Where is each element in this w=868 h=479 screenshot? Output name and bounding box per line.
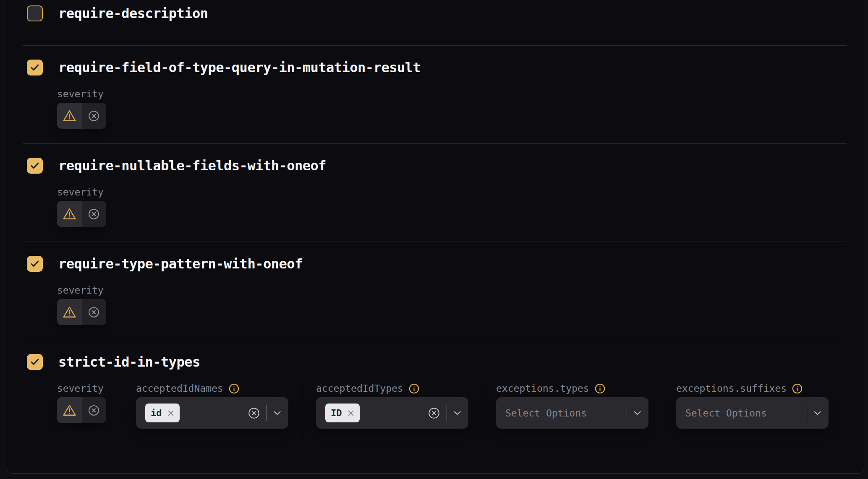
rule-checkbox[interactable]	[27, 256, 43, 272]
severity-toggle	[57, 201, 106, 227]
severity-group: severity	[57, 285, 106, 325]
option-group: exceptions.typesSelect Options	[496, 383, 648, 429]
severity-error-button[interactable]	[82, 299, 107, 325]
severity-label-row: severity	[57, 285, 106, 296]
severity-error-button[interactable]	[82, 201, 107, 227]
option-group: exceptions.suffixesSelect Options	[676, 383, 829, 429]
rule-name: require-description	[58, 5, 208, 21]
rules-panel: require-descriptionrequire-field-of-type…	[6, 0, 864, 474]
config-divider	[302, 383, 302, 442]
multiselect-input[interactable]: ID	[316, 397, 468, 429]
selected-option-chip: id	[145, 404, 180, 422]
dropdown-chevron	[633, 411, 641, 416]
rule-row: require-field-of-type-query-in-mutation-…	[23, 45, 847, 143]
rule-config: severityacceptedIdNamesidacceptedIdTypes…	[57, 383, 847, 442]
rule-row: require-nullable-fields-with-oneofseveri…	[23, 143, 847, 242]
severity-label: severity	[57, 89, 104, 99]
severity-error-button[interactable]	[82, 103, 107, 129]
config-divider	[662, 383, 662, 442]
rule-config: severity	[57, 285, 847, 325]
option-group: acceptedIdTypesID	[316, 383, 468, 429]
severity-label-row: severity	[57, 187, 106, 198]
rule-row: require-type-pattern-with-oneofseverity	[23, 242, 847, 340]
chevron-down-icon	[813, 411, 821, 416]
rule-name: require-type-pattern-with-oneof	[58, 256, 303, 272]
rule-name: require-field-of-type-query-in-mutation-…	[58, 60, 421, 75]
rule-checkbox[interactable]	[27, 60, 43, 75]
circled-x-icon	[88, 110, 100, 122]
clear-selection-icon	[248, 407, 260, 419]
dropdown-chevron	[273, 411, 281, 416]
circled-x-icon	[88, 208, 100, 220]
rules-list: require-descriptionrequire-field-of-type…	[23, 0, 847, 472]
severity-error-button[interactable]	[82, 397, 107, 423]
rule-head: strict-id-in-types	[23, 354, 847, 370]
rule-checkbox[interactable]	[27, 158, 43, 174]
warning-triangle-icon	[63, 404, 76, 417]
option-group: acceptedIdNamesid	[136, 383, 288, 429]
rule-row: require-description	[23, 0, 847, 45]
dropdown-chevron	[453, 411, 461, 416]
multiselect-input[interactable]: Select Options	[676, 397, 829, 429]
config-divider	[122, 383, 122, 442]
severity-toggle	[57, 397, 106, 423]
severity-group: severity	[57, 383, 106, 423]
info-circle-icon	[228, 383, 240, 394]
rule-checkbox[interactable]	[27, 5, 43, 21]
clear-selection-button[interactable]	[428, 407, 440, 419]
severity-toggle	[57, 299, 106, 325]
multiselect-input[interactable]: id	[136, 397, 288, 429]
chip-remove-button[interactable]	[348, 410, 354, 417]
select-divider	[807, 405, 807, 421]
severity-warn-button[interactable]	[57, 201, 82, 227]
info-icon[interactable]	[408, 383, 420, 394]
option-label-row: exceptions.suffixes	[676, 383, 829, 394]
info-icon[interactable]	[594, 383, 606, 394]
rule-head: require-nullable-fields-with-oneof	[23, 158, 847, 174]
multiselect-input[interactable]: Select Options	[496, 397, 648, 429]
x-icon	[348, 410, 354, 417]
chevron-down-icon	[633, 411, 641, 416]
rule-head: require-field-of-type-query-in-mutation-…	[23, 60, 847, 75]
page: require-descriptionrequire-field-of-type…	[0, 0, 868, 479]
severity-warn-button[interactable]	[57, 299, 82, 325]
circled-x-icon	[88, 404, 100, 417]
option-label: exceptions.types	[496, 383, 589, 394]
severity-label-row: severity	[57, 383, 106, 394]
rule-row: strict-id-in-typesseverityacceptedIdName…	[23, 340, 847, 472]
info-icon[interactable]	[228, 383, 240, 394]
rule-head: require-type-pattern-with-oneof	[23, 256, 847, 272]
chip-label: ID	[331, 408, 342, 418]
select-divider	[267, 405, 267, 421]
rule-config: severity	[57, 187, 847, 227]
severity-warn-button[interactable]	[57, 397, 82, 423]
multiselect-placeholder: Select Options	[685, 408, 767, 419]
warning-triangle-icon	[63, 306, 76, 318]
severity-label: severity	[57, 187, 104, 198]
selected-option-chip: ID	[325, 404, 360, 422]
option-label-row: exceptions.types	[496, 383, 648, 394]
select-divider	[447, 405, 447, 421]
warning-triangle-icon	[63, 109, 76, 122]
info-circle-icon	[792, 383, 803, 394]
check-icon	[29, 357, 40, 367]
severity-warn-button[interactable]	[57, 103, 82, 129]
check-icon	[29, 62, 40, 73]
config-divider	[482, 383, 482, 442]
info-icon[interactable]	[792, 383, 803, 394]
chevron-down-icon	[453, 411, 461, 416]
info-circle-icon	[408, 383, 420, 394]
option-label-row: acceptedIdTypes	[316, 383, 468, 394]
clear-selection-button[interactable]	[248, 407, 260, 419]
severity-toggle	[57, 103, 106, 129]
severity-group: severity	[57, 89, 106, 129]
rule-name: strict-id-in-types	[58, 354, 200, 370]
clear-selection-icon	[428, 407, 440, 419]
option-label: acceptedIdTypes	[316, 383, 403, 394]
rule-checkbox[interactable]	[27, 354, 43, 370]
multiselect-placeholder: Select Options	[505, 408, 587, 419]
select-divider	[627, 405, 627, 421]
option-label: acceptedIdNames	[136, 383, 223, 394]
chip-remove-button[interactable]	[167, 410, 174, 417]
x-icon	[167, 410, 174, 417]
